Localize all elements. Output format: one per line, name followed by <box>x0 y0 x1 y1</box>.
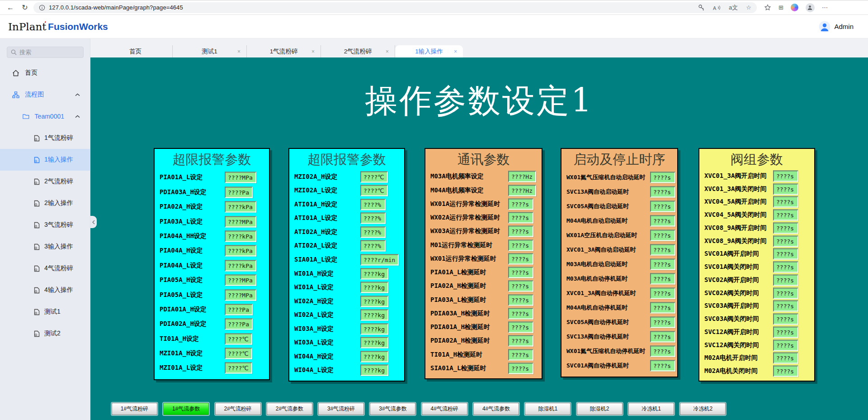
param-value-box[interactable]: ????s <box>650 302 675 314</box>
nav-button[interactable]: 冷冻机1 <box>628 403 674 415</box>
param-value-box[interactable]: ????kPa <box>225 230 256 242</box>
chevron-up-icon[interactable] <box>75 93 80 96</box>
param-value-box[interactable]: ????% <box>360 226 386 238</box>
nav-button[interactable]: 除湿机2 <box>577 403 623 415</box>
nav-button[interactable]: 冷冻机2 <box>680 403 726 415</box>
param-value-box[interactable]: ????s <box>773 287 798 299</box>
param-value-box[interactable]: ????kg <box>360 296 388 307</box>
site-info-icon[interactable] <box>39 5 45 11</box>
tab[interactable]: 1输入操作 × <box>395 45 463 57</box>
sidebar-page-item[interactable]: 3气流粉碎 <box>0 214 90 236</box>
tab[interactable]: 2气流粉碎 × <box>321 45 395 57</box>
param-value-box[interactable]: ????kg <box>360 268 388 279</box>
browser-menu-icon[interactable]: ⋯ <box>822 4 828 11</box>
param-value-box[interactable]: ????s <box>773 210 798 221</box>
param-value-box[interactable]: ????s <box>508 294 533 305</box>
param-value-box[interactable]: ????kg <box>360 282 388 293</box>
sidebar-page-item[interactable]: 1输入操作 <box>0 149 90 171</box>
param-value-box[interactable]: ????s <box>650 317 675 328</box>
param-value-box[interactable]: ????℃ <box>360 171 388 182</box>
param-value-box[interactable]: ????s <box>773 274 798 286</box>
sidebar-item-flowchart[interactable]: 流程图 <box>0 84 90 105</box>
param-value-box[interactable]: ????kg <box>360 337 388 348</box>
param-value-box[interactable]: ????MPa <box>225 275 256 286</box>
param-value-box[interactable]: ????s <box>508 239 533 251</box>
sidebar-page-item[interactable]: 4气流粉碎 <box>0 258 90 279</box>
nav-button[interactable]: 1#气流参数 <box>163 403 209 415</box>
param-value-box[interactable]: ????s <box>650 201 675 212</box>
param-value-box[interactable]: ????s <box>508 212 533 224</box>
nav-button[interactable]: 4#气流粉碎 <box>422 403 467 415</box>
param-value-box[interactable]: ????s <box>650 360 675 372</box>
sidebar-item-home[interactable]: 首页 <box>0 62 90 84</box>
tab-close-icon[interactable]: × <box>311 48 315 55</box>
nav-button[interactable]: 1#气流粉碎 <box>112 403 157 415</box>
param-value-box[interactable]: ????s <box>773 339 798 351</box>
sidebar-page-item[interactable]: 3输入操作 <box>0 236 90 258</box>
copilot-icon[interactable] <box>791 4 798 11</box>
param-value-box[interactable]: ????s <box>773 170 798 181</box>
param-value-box[interactable]: ????s <box>773 301 798 312</box>
sidebar-page-item[interactable]: 4输入操作 <box>0 279 90 301</box>
param-value-box[interactable]: ????Pa <box>225 304 253 315</box>
param-value-box[interactable]: ????s <box>650 331 675 343</box>
sidebar-page-item[interactable]: 测试2 <box>0 323 90 344</box>
param-value-box[interactable]: ????s <box>508 363 533 374</box>
param-value-box[interactable]: ????s <box>650 346 675 357</box>
password-key-icon[interactable] <box>698 4 705 11</box>
tab-close-icon[interactable]: × <box>237 48 241 55</box>
param-value-box[interactable]: ????Pa <box>225 319 253 330</box>
param-value-box[interactable]: ????% <box>360 199 386 210</box>
param-value-box[interactable]: ????s <box>773 248 798 260</box>
param-value-box[interactable]: ????s <box>650 172 675 183</box>
param-value-box[interactable]: ????% <box>360 213 386 224</box>
param-value-box[interactable]: ????kPa <box>225 245 256 257</box>
param-value-box[interactable]: ????℃ <box>360 185 388 196</box>
param-value-box[interactable]: ????s <box>650 288 675 299</box>
param-value-box[interactable]: ????s <box>773 222 798 234</box>
nav-button[interactable]: 2#气流参数 <box>267 403 312 415</box>
param-value-box[interactable]: ????s <box>650 215 675 227</box>
nav-button[interactable]: 2#气流粉碎 <box>215 403 261 415</box>
sidebar-page-item[interactable]: 测试1 <box>0 301 90 323</box>
tab[interactable]: 测试1 × <box>173 45 247 57</box>
param-value-box[interactable]: ????s <box>650 273 675 285</box>
param-value-box[interactable]: ????s <box>508 281 533 292</box>
param-value-box[interactable]: ????MPa <box>225 216 256 227</box>
param-value-box[interactable]: ????s <box>650 259 675 270</box>
nav-button[interactable]: 3#气流参数 <box>370 403 415 415</box>
param-value-box[interactable]: ????kPa <box>225 260 256 271</box>
param-value-box[interactable]: ????MPa <box>225 289 256 301</box>
sidebar-page-item[interactable]: 1气流粉碎 <box>0 127 90 149</box>
param-value-box[interactable]: ????℃ <box>225 363 252 374</box>
param-value-box[interactable]: ????kg <box>360 365 388 376</box>
search-input[interactable] <box>19 49 74 56</box>
param-value-box[interactable]: ????Hz <box>508 185 536 196</box>
param-value-box[interactable]: ????s <box>508 308 533 319</box>
param-value-box[interactable]: ????s <box>508 335 533 347</box>
param-value-box[interactable]: ????s <box>508 349 533 360</box>
param-value-box[interactable]: ????s <box>508 253 533 264</box>
param-value-box[interactable]: ????s <box>773 196 798 208</box>
sidebar-page-item[interactable]: 2输入操作 <box>0 192 90 214</box>
param-value-box[interactable]: ????℃ <box>225 348 252 359</box>
chevron-up-icon[interactable] <box>75 115 80 118</box>
param-value-box[interactable]: ????s <box>773 353 798 364</box>
search-box[interactable] <box>7 47 84 58</box>
param-value-box[interactable]: ????s <box>650 186 675 198</box>
favorites-bar-icon[interactable] <box>764 4 771 11</box>
tab-close-icon[interactable]: × <box>454 48 457 55</box>
param-value-box[interactable]: ????s <box>773 262 798 273</box>
param-value-box[interactable]: ????MPa <box>225 172 256 183</box>
param-value-box[interactable]: ????s <box>650 244 675 256</box>
param-value-box[interactable]: ????s <box>773 366 798 377</box>
tab-close-icon[interactable]: × <box>386 48 389 55</box>
param-value-box[interactable]: ????℃ <box>225 333 252 344</box>
address-bar[interactable]: 127.0.0.1/scada-web/mainPage/graph?page=… <box>33 2 757 13</box>
param-value-box[interactable]: ????kg <box>360 323 388 334</box>
back-icon[interactable]: ← <box>5 2 16 14</box>
param-value-box[interactable]: ????Pa <box>225 186 253 198</box>
add-favorite-icon[interactable]: ☆ <box>746 4 751 11</box>
tab[interactable]: 1气流粉碎 × <box>247 45 321 57</box>
param-value-box[interactable]: ????s <box>773 314 798 325</box>
